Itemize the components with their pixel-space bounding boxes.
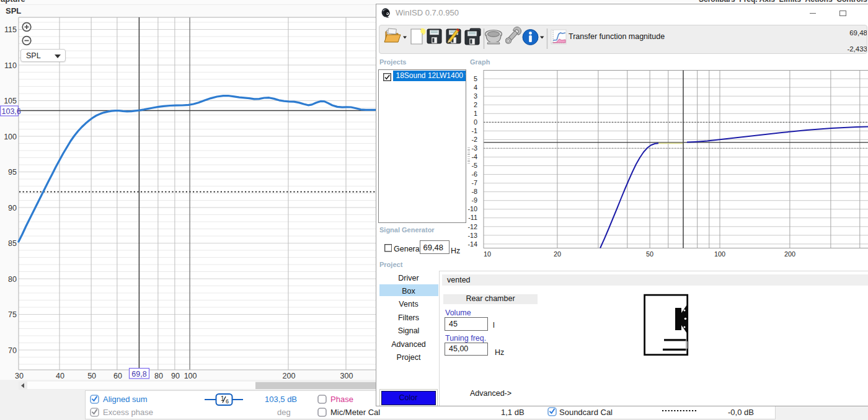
svg-text:70: 70 [8,346,17,355]
svg-text:30: 30 [15,372,24,380]
svg-text:69,8: 69,8 [131,370,146,378]
svg-text:-6: -6 [471,170,477,178]
svg-text:20: 20 [554,250,561,258]
svg-text:6: 6 [226,398,229,405]
svg-text:60: 60 [113,372,122,380]
svg-text:200: 200 [784,250,795,258]
svg-text:-11: -11 [468,214,477,221]
svg-text:-1: -1 [471,127,477,134]
svg-text:100: 100 [4,133,17,141]
svg-text:10: 10 [484,250,491,258]
svg-text:50: 50 [87,372,96,380]
svg-text:2: 2 [474,101,477,108]
svg-text:-7: -7 [471,179,477,186]
svg-text:110: 110 [4,61,17,70]
svg-text:100: 100 [714,250,725,258]
svg-text:-2: -2 [471,136,477,143]
svg-text:3: 3 [474,92,477,100]
svg-text:80: 80 [154,372,163,380]
svg-text:-8: -8 [471,188,477,195]
svg-text:-13: -13 [467,232,477,239]
svg-text:-12: -12 [467,223,477,230]
svg-text:100: 100 [184,372,197,380]
svg-text:103,6: 103,6 [2,107,21,116]
svg-text:95: 95 [8,168,17,177]
svg-text:-5: -5 [471,162,477,169]
svg-text:200: 200 [283,372,296,380]
svg-text:-14: -14 [467,240,477,248]
svg-text:-10: -10 [467,205,477,212]
svg-text:0: 0 [474,118,477,126]
svg-text:-9: -9 [471,196,477,204]
svg-text:105: 105 [4,97,17,105]
svg-text:80: 80 [8,275,17,284]
svg-text:40: 40 [56,372,64,380]
svg-text:85: 85 [8,239,17,248]
svg-text:50: 50 [646,250,653,258]
svg-text:1: 1 [474,110,477,117]
svg-text:90: 90 [8,204,17,212]
svg-text:90: 90 [171,372,180,380]
svg-text:300: 300 [340,372,353,380]
svg-text:5: 5 [474,75,477,82]
svg-text:1: 1 [221,395,224,402]
svg-text:115: 115 [4,25,17,34]
svg-text:4: 4 [474,84,477,91]
svg-text:-4: -4 [471,153,477,160]
svg-text:75: 75 [8,310,17,319]
svg-text:-3: -3 [471,144,477,152]
